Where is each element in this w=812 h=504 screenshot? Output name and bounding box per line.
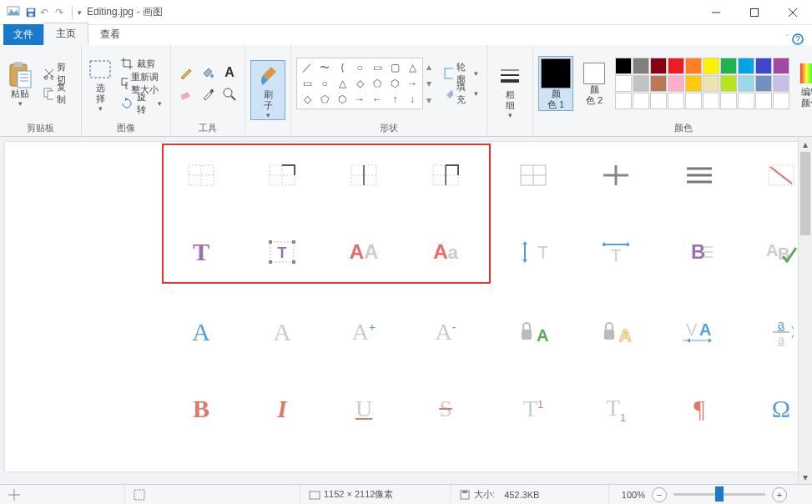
- pencil-tool[interactable]: [176, 63, 196, 83]
- svg-rect-29: [445, 68, 453, 78]
- palette-swatch[interactable]: [615, 75, 632, 92]
- rotate-button[interactable]: 旋转 ▾: [117, 94, 165, 113]
- palette-swatch[interactable]: [755, 93, 772, 109]
- palette-swatch[interactable]: [650, 93, 667, 109]
- brush-button[interactable]: 刷 子▾: [250, 60, 285, 120]
- letters-VA-arrows: VA: [683, 315, 716, 349]
- svg-text:A: A: [766, 241, 778, 260]
- size-button[interactable]: 粗 细▾: [492, 61, 527, 119]
- status-bar: 1152 × 2112像素 大小: 452.3KB 100% − +: [0, 484, 812, 504]
- palette-swatch[interactable]: [703, 58, 719, 74]
- palette-swatch[interactable]: [633, 75, 649, 92]
- qat-dropdown-icon[interactable]: ▾: [78, 8, 82, 17]
- scroll-up-icon[interactable]: ▴: [799, 137, 812, 151]
- svg-rect-85: [134, 490, 144, 500]
- shapes-scroll-down[interactable]: ▾: [426, 78, 436, 89]
- canvas[interactable]: 河东软件园 www.pc0359.cn TTAAAaTTBABAAA+A-AAV…: [5, 142, 806, 471]
- close-button[interactable]: [774, 0, 812, 25]
- color-palette[interactable]: [615, 58, 789, 109]
- zoom-out-button[interactable]: −: [652, 487, 667, 502]
- palette-swatch[interactable]: [755, 75, 772, 92]
- palette-swatch[interactable]: [615, 58, 632, 74]
- shape-fill-button[interactable]: 填充 ▾: [440, 84, 482, 103]
- qat-save-icon[interactable]: [25, 7, 37, 18]
- tab-home[interactable]: 主页: [43, 23, 88, 45]
- shapes-scroll-up[interactable]: ▴: [426, 61, 436, 73]
- shapes-more[interactable]: ▾: [426, 94, 436, 106]
- color2-button[interactable]: 颜 色 2: [577, 61, 612, 106]
- status-zoom: 100% − +: [622, 487, 812, 502]
- letter-T-sup: T1: [517, 392, 550, 426]
- palette-swatch[interactable]: [703, 75, 719, 92]
- palette-swatch[interactable]: [685, 93, 702, 109]
- help-icon[interactable]: ?: [792, 33, 804, 45]
- grid-plus-solid: [517, 159, 550, 192]
- palette-swatch[interactable]: [773, 58, 789, 74]
- palette-swatch[interactable]: [703, 93, 719, 109]
- edit-colors-button[interactable]: 编辑 颜色: [793, 58, 812, 108]
- maximize-button[interactable]: [735, 0, 774, 25]
- resize-button[interactable]: 重新调整大小: [117, 74, 165, 93]
- window-title: Editing.jpg - 画图: [87, 5, 163, 19]
- shapes-gallery[interactable]: ／〜⟨○▭▢△ ▭○△◇⬠⬡→ ◇⬠⬡→←↑↓: [296, 58, 423, 109]
- palette-swatch[interactable]: [773, 75, 789, 92]
- palette-swatch[interactable]: [773, 93, 789, 109]
- magnifier-tool[interactable]: [219, 84, 240, 104]
- shape-outline-button[interactable]: 轮廓 ▾: [440, 64, 482, 83]
- group-tools: A 工具: [171, 45, 245, 136]
- minimize-button[interactable]: [697, 0, 735, 25]
- palette-swatch[interactable]: [738, 75, 754, 92]
- palette-swatch[interactable]: [738, 58, 754, 74]
- palette-swatch[interactable]: [720, 75, 737, 92]
- paste-button[interactable]: 粘贴▾: [5, 60, 36, 108]
- palette-swatch[interactable]: [668, 75, 684, 92]
- qat-undo-icon: ↶: [40, 7, 48, 18]
- scrollbar-thumb[interactable]: [800, 152, 810, 235]
- palette-swatch[interactable]: [650, 58, 667, 74]
- palette-swatch[interactable]: [685, 75, 702, 92]
- palette-swatch[interactable]: [650, 75, 667, 92]
- text-tool[interactable]: A: [219, 63, 240, 83]
- picker-tool[interactable]: [198, 84, 218, 104]
- palette-swatch[interactable]: [738, 93, 754, 109]
- collapse-ribbon-icon[interactable]: ˇ: [785, 33, 789, 45]
- palette-swatch[interactable]: [615, 93, 632, 109]
- scroll-down-icon[interactable]: ▾: [799, 470, 812, 484]
- svg-text:A: A: [699, 320, 711, 339]
- svg-point-26: [210, 89, 214, 93]
- disk-icon: [459, 489, 471, 501]
- status-selection: [125, 485, 300, 504]
- select-button[interactable]: 选 择▾: [87, 54, 113, 113]
- palette-swatch[interactable]: [755, 58, 772, 74]
- crop-button[interactable]: 裁剪: [117, 54, 165, 73]
- color1-button[interactable]: 颜 色 1: [538, 56, 573, 111]
- svg-line-56: [770, 167, 792, 184]
- letter-T-boxed: T: [265, 235, 299, 269]
- palette-swatch[interactable]: [668, 93, 684, 109]
- scrollbar-vertical[interactable]: ▴ ▾: [798, 137, 812, 484]
- palette-swatch[interactable]: [720, 58, 737, 74]
- zoom-in-button[interactable]: +: [772, 487, 787, 502]
- fraction-a-over-a: aa: [764, 315, 798, 349]
- palette-swatch[interactable]: [668, 58, 684, 74]
- cut-button[interactable]: 剪切: [39, 64, 76, 83]
- canvas-viewport[interactable]: 河东软件园 www.pc0359.cn TTAAAaTTBABAAA+A-AAV…: [0, 137, 812, 484]
- svg-text:a: a: [778, 318, 785, 331]
- letter-T-purple: T: [184, 235, 218, 269]
- svg-rect-59: [292, 240, 295, 244]
- palette-swatch[interactable]: [720, 93, 737, 109]
- letter-A-minus: A-: [429, 315, 462, 349]
- omega-blue: Ω: [764, 392, 798, 426]
- zoom-slider[interactable]: [673, 493, 765, 496]
- palette-swatch[interactable]: [633, 93, 649, 109]
- app-icon: [7, 6, 20, 19]
- palette-swatch[interactable]: [685, 58, 702, 74]
- fill-tool[interactable]: [198, 63, 218, 83]
- tab-view[interactable]: 查看: [88, 24, 132, 45]
- tab-file[interactable]: 文件: [3, 24, 43, 45]
- palette-swatch[interactable]: [633, 58, 649, 74]
- ribbon: 粘贴▾ 剪切 复制 剪贴板 选 择▾ 裁剪 重新调整大小 旋转 ▾ 图像: [0, 45, 812, 137]
- eraser-tool[interactable]: [176, 84, 196, 104]
- group-label-image: 图像: [117, 118, 135, 136]
- copy-button[interactable]: 复制: [39, 84, 76, 103]
